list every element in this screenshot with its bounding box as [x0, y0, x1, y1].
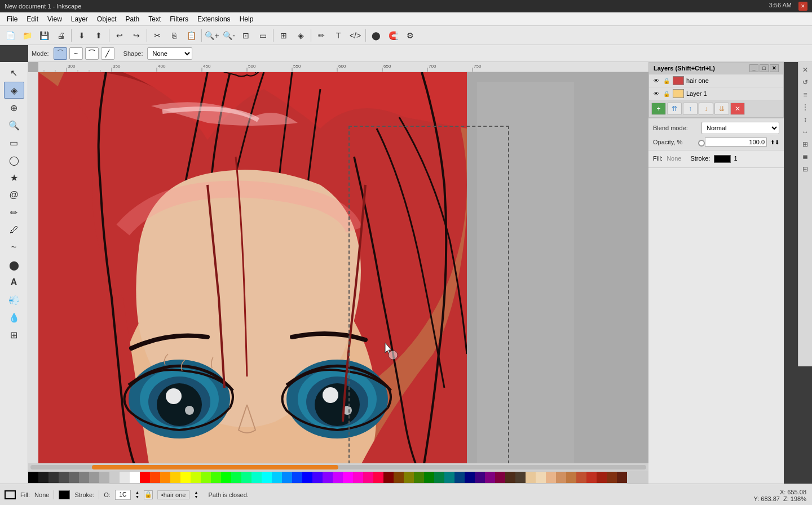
palette-color-0[interactable] [28, 472, 38, 483]
text-tool[interactable]: A [4, 274, 24, 291]
export-button[interactable]: ⬆ [91, 28, 107, 43]
layer-lock-layer-1[interactable]: 🔒 [663, 90, 670, 98]
palette-color-32[interactable] [353, 472, 363, 483]
palette-color-23[interactable] [262, 472, 272, 483]
zoom-page-button[interactable]: ▭ [255, 28, 271, 43]
add-layer-button[interactable]: + [651, 103, 666, 115]
pen-tool-button[interactable]: ✏ [314, 28, 329, 43]
palette-color-45[interactable] [485, 472, 495, 483]
palette-color-28[interactable] [312, 472, 323, 483]
palette-color-56[interactable] [597, 472, 607, 483]
rsi-chart[interactable]: ⊟ [800, 163, 811, 175]
canvas-area[interactable]: 300 350 400 450 500 550 600 650 700 750 [28, 62, 648, 490]
spray-tool[interactable]: 💨 [4, 291, 24, 308]
palette-color-40[interactable] [434, 472, 444, 483]
menu-path[interactable]: Path [121, 14, 144, 24]
palette-color-3[interactable] [59, 472, 69, 483]
palette-color-58[interactable] [617, 472, 627, 483]
palette-color-52[interactable] [556, 472, 566, 483]
palette-color-49[interactable] [526, 472, 536, 483]
layer-item-hair-one[interactable]: 👁 🔒 hair one [649, 74, 783, 87]
close-button[interactable]: ✕ [798, 2, 807, 11]
palette-color-21[interactable] [241, 472, 251, 483]
redo-button[interactable]: ↪ [129, 28, 144, 43]
palette-color-29[interactable] [323, 472, 333, 483]
copy-button[interactable]: ⎘ [166, 28, 182, 43]
zoom-fit-button[interactable]: ⊡ [238, 28, 254, 43]
opacity-spinner[interactable]: ⬆⬇ [770, 139, 779, 145]
rsi-lines[interactable]: ≣ [800, 151, 811, 162]
layers-panel-close[interactable]: ✕ [770, 64, 779, 72]
palette-color-14[interactable] [170, 472, 180, 483]
palette-color-19[interactable] [221, 472, 231, 483]
palette-color-15[interactable] [180, 472, 191, 483]
palette-color-8[interactable] [109, 472, 120, 483]
opacity-value-input[interactable] [705, 138, 767, 147]
mode-line-btn[interactable]: ╱ [101, 47, 114, 60]
palette-color-35[interactable] [383, 472, 394, 483]
transform-button[interactable]: ⊞ [276, 28, 292, 43]
palette-color-33[interactable] [363, 472, 373, 483]
rsi-menu[interactable]: ≡ [800, 89, 811, 100]
zoom-out-button[interactable]: 🔍- [221, 28, 237, 43]
palette-color-11[interactable] [140, 472, 150, 483]
palette-color-20[interactable] [231, 472, 241, 483]
rsi-grid[interactable]: ⊞ [800, 139, 811, 150]
palette-color-44[interactable] [475, 472, 485, 483]
import-button[interactable]: ⬇ [74, 28, 90, 43]
raise-to-top-button[interactable]: ⇈ [667, 103, 682, 115]
palette-color-5[interactable] [79, 472, 89, 483]
palette-color-51[interactable] [546, 472, 556, 483]
palette-color-41[interactable] [444, 472, 454, 483]
shape-select[interactable]: None Linear Circular Linked [147, 47, 192, 60]
menu-filters[interactable]: Filters [165, 14, 193, 24]
palette-color-36[interactable] [394, 472, 404, 483]
opacity-slider-handle[interactable] [698, 140, 705, 147]
palette-color-16[interactable] [191, 472, 201, 483]
palette-color-24[interactable] [272, 472, 282, 483]
star-tool[interactable]: ★ [4, 169, 24, 186]
palette-color-6[interactable] [89, 472, 99, 483]
pen-tool[interactable]: 🖊 [4, 222, 24, 238]
snap-button[interactable]: 🧲 [385, 28, 401, 43]
palette-color-57[interactable] [607, 472, 617, 483]
palette-color-9[interactable] [120, 472, 130, 483]
palette-color-12[interactable] [150, 472, 160, 483]
palette-color-38[interactable] [414, 472, 424, 483]
text-tool-button[interactable]: T [330, 28, 346, 43]
stroke-color-box[interactable] [59, 490, 70, 499]
palette-color-1[interactable] [38, 472, 48, 483]
nodes-button[interactable]: ◈ [293, 28, 308, 43]
pencil-tool[interactable]: ✏ [4, 204, 24, 221]
palette-color-46[interactable] [495, 472, 505, 483]
palette-color-34[interactable] [373, 472, 383, 483]
ellipse-tool[interactable]: ◯ [4, 152, 24, 169]
palette-color-30[interactable] [333, 472, 343, 483]
rsi-more[interactable]: ⋮ [800, 101, 811, 113]
save-button[interactable]: 💾 [36, 28, 52, 43]
palette-color-17[interactable] [201, 472, 211, 483]
palette-color-53[interactable] [566, 472, 576, 483]
rsi-rotate[interactable]: ↺ [800, 77, 811, 88]
calligraphy-tool[interactable]: ~ [4, 239, 24, 256]
zoom-in-button[interactable]: 🔍+ [204, 28, 220, 43]
menu-extensions[interactable]: Extensions [193, 14, 235, 24]
mode-bspline-btn[interactable]: ⁀ [85, 47, 99, 60]
layers-panel-expand[interactable]: □ [760, 64, 769, 72]
palette-color-39[interactable] [424, 472, 434, 483]
menu-layer[interactable]: Layer [67, 14, 92, 24]
palette-color-55[interactable] [586, 472, 597, 483]
palette-color-25[interactable] [282, 472, 292, 483]
rsi-close[interactable]: ✕ [800, 64, 811, 76]
lower-layer-button[interactable]: ↓ [699, 103, 713, 115]
node-tool[interactable]: ◈ [4, 82, 24, 99]
raise-layer-button[interactable]: ↑ [683, 103, 698, 115]
mode-bezier-btn[interactable]: ⌒ [54, 47, 67, 60]
palette-color-48[interactable] [515, 472, 526, 483]
eyedropper-tool[interactable]: 💧 [4, 309, 24, 326]
opacity-input[interactable] [115, 490, 131, 500]
spiral-tool[interactable]: @ [4, 187, 24, 203]
palette-color-10[interactable] [130, 472, 140, 483]
palette-color-27[interactable] [302, 472, 312, 483]
palette-color-47[interactable] [505, 472, 515, 483]
